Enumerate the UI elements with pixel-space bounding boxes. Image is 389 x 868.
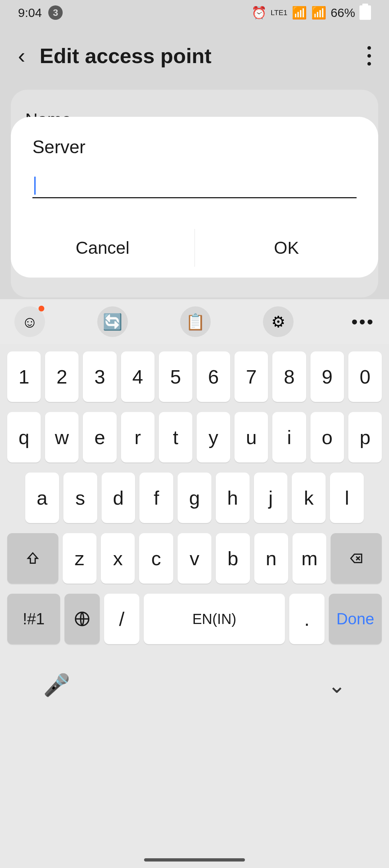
shift-icon (26, 551, 40, 566)
dialog-overlay: Server Cancel OK ☺ 🔄 📋 ⚙ ••• 1 2 3 4 5 6 (0, 0, 389, 868)
key-c[interactable]: c (139, 533, 173, 584)
key-6[interactable]: 6 (197, 351, 230, 402)
chevron-down-icon[interactable]: ⌄ (328, 673, 346, 698)
keyboard-toolbar: ☺ 🔄 📋 ⚙ ••• (0, 299, 389, 344)
key-3[interactable]: 3 (83, 351, 116, 402)
symbols-key[interactable]: !#1 (7, 594, 60, 644)
key-m[interactable]: m (292, 533, 326, 584)
key-h[interactable]: h (216, 473, 250, 523)
dialog-title: Server (11, 137, 378, 158)
key-0[interactable]: 0 (348, 351, 382, 402)
language-key[interactable] (64, 594, 100, 644)
key-j[interactable]: j (254, 473, 288, 523)
globe-icon (74, 611, 90, 627)
key-s[interactable]: s (63, 473, 97, 523)
key-k[interactable]: k (292, 473, 326, 523)
ok-button[interactable]: OK (195, 229, 379, 267)
key-r[interactable]: r (121, 412, 155, 462)
kb-row-z: z x c v b n m (7, 533, 382, 584)
mic-icon[interactable]: 🎤 (43, 672, 70, 698)
kb-row-numbers: 1 2 3 4 5 6 7 8 9 0 (7, 351, 382, 402)
key-e[interactable]: e (83, 412, 116, 462)
key-x[interactable]: x (101, 533, 135, 584)
key-g[interactable]: g (178, 473, 211, 523)
key-4[interactable]: 4 (121, 351, 155, 402)
key-9[interactable]: 9 (310, 351, 344, 402)
key-2[interactable]: 2 (45, 351, 79, 402)
key-7[interactable]: 7 (234, 351, 268, 402)
dialog-input-wrap (11, 168, 378, 216)
server-input[interactable] (32, 168, 357, 198)
key-a[interactable]: a (25, 473, 59, 523)
key-l[interactable]: l (330, 473, 364, 523)
nav-pill[interactable] (144, 858, 245, 862)
period-key[interactable]: . (289, 594, 325, 644)
key-b[interactable]: b (216, 533, 250, 584)
dialog-buttons: Cancel OK (11, 229, 378, 267)
keyboard-more-icon[interactable]: ••• (351, 311, 375, 332)
text-cursor (34, 177, 36, 195)
key-t[interactable]: t (159, 412, 192, 462)
key-p[interactable]: p (348, 412, 382, 462)
gear-icon[interactable]: ⚙ (263, 306, 294, 337)
key-8[interactable]: 8 (272, 351, 306, 402)
done-key[interactable]: Done (329, 594, 382, 644)
key-d[interactable]: d (102, 473, 135, 523)
shift-key[interactable] (7, 533, 58, 584)
kb-row-q: q w e r t y u i o p (7, 412, 382, 462)
key-w[interactable]: w (45, 412, 79, 462)
server-dialog: Server Cancel OK (11, 117, 378, 278)
key-z[interactable]: z (63, 533, 97, 584)
translate-icon[interactable]: 🔄 (97, 306, 128, 337)
kb-row-a: a s d f g h j k l (7, 473, 382, 523)
key-1[interactable]: 1 (7, 351, 41, 402)
keyboard-bottom-bar: 🎤 ⌄ (0, 661, 389, 701)
backspace-icon (347, 551, 365, 566)
cancel-button[interactable]: Cancel (11, 229, 195, 267)
clipboard-icon[interactable]: 📋 (180, 306, 211, 337)
keyboard: ☺ 🔄 📋 ⚙ ••• 1 2 3 4 5 6 7 8 9 0 q w e (0, 299, 389, 868)
space-key[interactable]: EN(IN) (144, 594, 285, 644)
slash-key[interactable]: / (104, 594, 139, 644)
key-u[interactable]: u (234, 412, 268, 462)
key-q[interactable]: q (7, 412, 41, 462)
key-5[interactable]: 5 (159, 351, 192, 402)
key-i[interactable]: i (272, 412, 306, 462)
key-f[interactable]: f (139, 473, 173, 523)
key-n[interactable]: n (254, 533, 288, 584)
keyboard-keys: 1 2 3 4 5 6 7 8 9 0 q w e r t y u i o (0, 344, 389, 661)
backspace-key[interactable] (331, 533, 382, 584)
emoji-icon[interactable]: ☺ (14, 306, 45, 337)
key-o[interactable]: o (310, 412, 344, 462)
key-y[interactable]: y (197, 412, 230, 462)
kb-row-bottom: !#1 / EN(IN) . Done (7, 594, 382, 644)
key-v[interactable]: v (178, 533, 211, 584)
